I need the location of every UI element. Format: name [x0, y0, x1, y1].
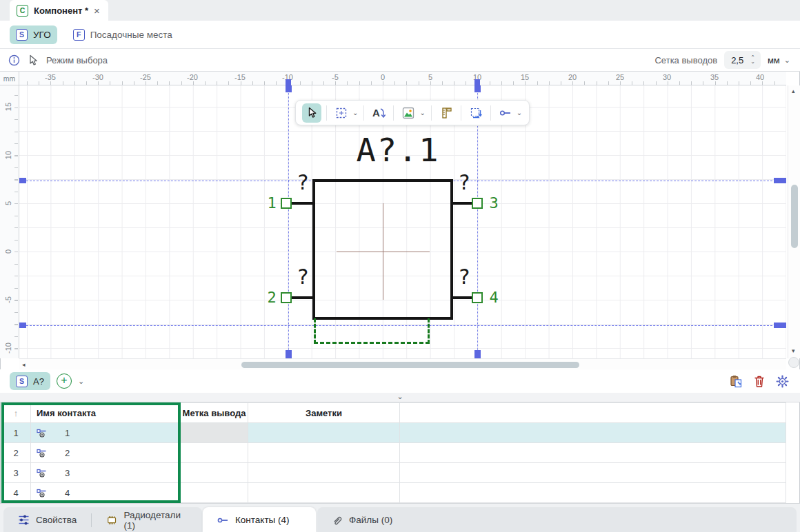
unit-dropdown[interactable]: мм ⌄ — [768, 55, 790, 65]
pin-2-name: ? — [297, 267, 309, 287]
symbol-designator[interactable]: A?.1 — [356, 131, 439, 169]
canvas-status-bar: Режим выбора Сетка выводов 2,5 ⌃⌄ мм ⌄ — [0, 49, 800, 72]
selection-guide-right — [477, 85, 478, 358]
scroll-left-icon[interactable]: ◂ — [22, 362, 26, 368]
guide-marker — [474, 85, 481, 92]
notes-cell[interactable] — [248, 423, 400, 442]
part-name: A? — [33, 376, 44, 387]
pin-4-name: ? — [458, 267, 470, 287]
tab-ugo[interactable]: S УГО — [10, 25, 57, 44]
contacts-table: ↑ Имя контакта Метка вывода Заметки 1 1 … — [1, 402, 786, 503]
pin-4-handle[interactable] — [472, 292, 483, 303]
scroll-up-icon[interactable]: ▴ — [792, 88, 795, 94]
footprint-icon: F — [73, 29, 85, 41]
paperclip-icon — [332, 515, 343, 526]
part-chip[interactable]: S A? — [10, 372, 50, 390]
contact-name-cell[interactable]: 3 — [31, 463, 181, 482]
grid-value: 2,5 — [731, 55, 743, 65]
text-tool-button[interactable]: A — [369, 103, 388, 123]
pin-1-name: ? — [297, 172, 309, 193]
contact-name-cell[interactable]: 1 — [31, 423, 181, 442]
vertical-scrollbar-thumb[interactable] — [791, 185, 798, 248]
pin-grid-stepper[interactable]: 2,5 ⌃⌄ — [724, 51, 761, 69]
image-tool-button[interactable] — [399, 103, 418, 123]
schematic-symbol-icon: S — [16, 376, 28, 387]
drawing-tool-palette: ⌄ A ⌄ ⌄ — [295, 100, 530, 125]
transform-tool-button[interactable] — [466, 103, 486, 123]
measure-tool-button[interactable] — [437, 103, 456, 123]
pin-1-handle[interactable] — [281, 198, 292, 209]
tab-component[interactable]: C Компонент * × — [10, 0, 108, 21]
stepper-arrows-icon[interactable]: ⌃⌄ — [750, 56, 755, 64]
guide-marker — [19, 178, 26, 183]
table-row[interactable]: 1 1 — [1, 423, 786, 443]
notes-cell[interactable] — [248, 483, 400, 502]
add-part-button[interactable]: + — [57, 374, 72, 389]
bottom-panel-tabs: Свойства Радиодетали (1) Контакты (4) Фа… — [0, 503, 800, 532]
horizontal-scrollbar[interactable]: ◂ — [19, 358, 786, 369]
row-index: 1 — [1, 423, 31, 442]
unit-value: мм — [768, 55, 780, 65]
paste-icon[interactable] — [730, 375, 743, 388]
symbol-body[interactable] — [312, 179, 453, 320]
pin-label-cell[interactable] — [181, 463, 248, 482]
pin-label-cell[interactable] — [181, 423, 248, 442]
schematic-canvas[interactable]: A?.1 1 ? 2 ? 3 ? 4 ? ⌄ — [19, 85, 786, 358]
column-header-notes[interactable]: Заметки — [248, 403, 400, 422]
tab-parts[interactable]: Радиодетали (1) — [92, 507, 202, 532]
row-index: 2 — [1, 443, 31, 462]
table-row[interactable]: 4 4 — [1, 483, 786, 503]
tab-files[interactable]: Файлы (0) — [317, 507, 407, 532]
chevron-down-icon[interactable]: ⌄ — [352, 109, 358, 116]
settings-gear-icon[interactable] — [776, 375, 789, 388]
pin-3-lead[interactable] — [453, 202, 472, 205]
guide-marker — [774, 323, 786, 328]
contact-name-cell[interactable]: 2 — [31, 443, 181, 462]
table-row[interactable]: 2 2 — [1, 443, 786, 463]
vertical-ruler: 15 10 5 0 -5 -10 — [0, 85, 19, 358]
column-header-label[interactable]: Метка вывода — [181, 403, 248, 422]
column-header-name[interactable]: Имя контакта — [31, 403, 181, 422]
tab-contacts[interactable]: Контакты (4) — [203, 507, 316, 532]
pin-3-handle[interactable] — [472, 198, 483, 209]
scroll-down-icon[interactable]: ▾ — [792, 348, 795, 354]
chip-icon — [106, 515, 117, 526]
tab-properties[interactable]: Свойства — [3, 507, 91, 532]
tab-footprints[interactable]: F Посадочные места — [67, 25, 179, 44]
sort-column-header[interactable]: ↑ — [1, 403, 31, 422]
table-header-row: ↑ Имя контакта Метка вывода Заметки — [1, 402, 786, 423]
chevron-down-icon[interactable]: ⌄ — [78, 378, 84, 385]
close-tab-icon[interactable]: × — [94, 6, 100, 16]
sliders-icon — [18, 514, 30, 526]
schematic-symbol-icon: S — [16, 29, 28, 41]
horizontal-scrollbar-thumb[interactable] — [241, 362, 579, 368]
panel-collapse-handle[interactable]: ⌄ — [0, 393, 800, 402]
chevron-down-icon[interactable]: ⌄ — [517, 109, 522, 116]
pin-label-cell[interactable] — [181, 443, 248, 462]
delete-icon[interactable] — [753, 375, 766, 388]
info-icon[interactable] — [8, 54, 20, 66]
grid-label: Сетка выводов — [654, 55, 717, 65]
chevron-down-icon[interactable]: ⌄ — [419, 109, 425, 116]
vertical-scrollbar[interactable]: ▴ ▾ — [788, 85, 800, 358]
notes-cell[interactable] — [248, 463, 400, 482]
pin-2-handle[interactable] — [281, 292, 292, 303]
notes-cell[interactable] — [248, 443, 400, 462]
selection-guide-left — [288, 85, 289, 358]
shape-tool-button[interactable] — [332, 103, 351, 123]
pin-label-cell[interactable] — [181, 483, 248, 502]
row-index: 3 — [1, 463, 31, 482]
pin-4-lead[interactable] — [453, 296, 472, 299]
guide-marker — [286, 350, 292, 358]
table-row[interactable]: 3 3 — [1, 463, 786, 483]
pin-2-number: 2 — [265, 291, 279, 305]
pin-3-name: ? — [458, 172, 470, 193]
pin-2-lead[interactable] — [292, 296, 314, 299]
cursor-mode-icon — [28, 54, 39, 66]
pin-tool-button[interactable] — [496, 103, 515, 123]
scroll-corner-button[interactable] — [788, 357, 799, 368]
select-tool-button[interactable] — [302, 103, 321, 123]
pin-1-lead[interactable] — [292, 202, 314, 205]
pin-icon — [217, 516, 229, 524]
contact-name-cell[interactable]: 4 — [31, 483, 181, 502]
